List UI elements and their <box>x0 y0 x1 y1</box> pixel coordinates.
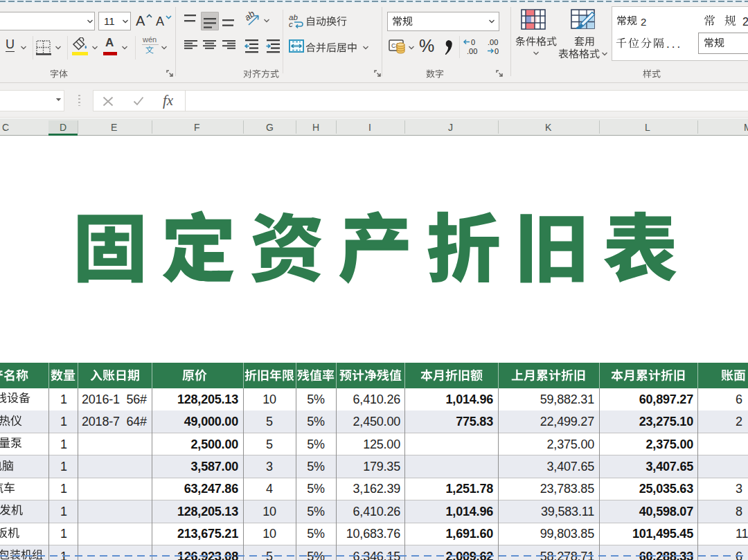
svg-text:.00: .00 <box>488 38 498 46</box>
svg-text:0: 0 <box>495 47 499 55</box>
svg-text:0: 0 <box>471 38 475 46</box>
svg-text:.00: .00 <box>467 47 477 55</box>
